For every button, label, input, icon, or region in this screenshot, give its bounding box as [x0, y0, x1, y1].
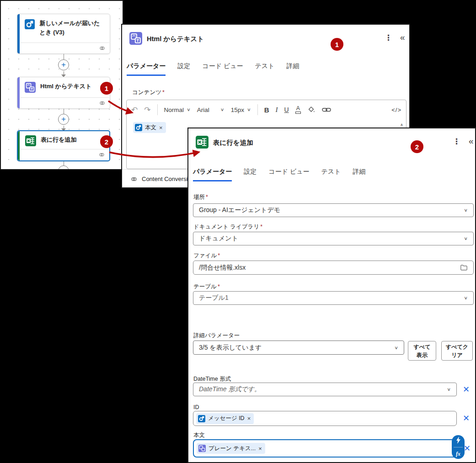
step-badge-2: 2 [100, 135, 113, 148]
chevron-down-icon: ∨ [464, 208, 468, 213]
screenshot-stage: 新しいメールが届いたとき (V3) + [0, 0, 476, 463]
file-input[interactable]: /問合せ情報.xlsx [193, 261, 474, 275]
outlook-icon [25, 19, 35, 30]
id-label: ID [193, 404, 199, 410]
tab-code-view[interactable]: コード ビュー [268, 168, 309, 181]
undo-icon[interactable]: ↶ [131, 105, 138, 115]
tab-test[interactable]: テスト [255, 62, 275, 76]
library-label: ドキュメント ライブラリ* [193, 223, 262, 231]
collapse-panel-button[interactable]: « [469, 136, 474, 146]
chip-label: プレーン テキス... [209, 445, 256, 452]
clear-body-button[interactable]: ✕ [464, 444, 471, 452]
advanced-parameters-dropdown[interactable]: 3/5 を表示しています∨ [193, 341, 404, 355]
connection-footer[interactable]: Content Conversion [130, 176, 194, 182]
html-to-text-icon [198, 445, 206, 452]
chevron-down-icon: ∨ [447, 387, 451, 392]
chip-remove-icon[interactable]: × [258, 445, 262, 452]
insert-step-button[interactable] [58, 165, 69, 170]
tab-settings[interactable]: 設定 [177, 62, 190, 76]
panel-tabs: パラメーター 設定 コード ビュー テスト 詳細 [127, 62, 300, 76]
panel-add-row: 表に行を追加 ⋮ « パラメーター 設定 コード ビュー テスト 詳細 場所* … [187, 128, 476, 463]
chevron-down-icon: ∨ [394, 345, 398, 350]
table-dropdown[interactable]: テーブル1∨ [193, 291, 474, 305]
placeholder-text: DateTime 形式です。 [199, 385, 261, 394]
clear-datetime-button[interactable]: ✕ [463, 385, 470, 394]
excel-icon [25, 135, 36, 146]
link-button-icon[interactable] [322, 106, 331, 113]
location-dropdown[interactable]: Group - AIエージェントデモ∨ [193, 203, 474, 217]
collapse-panel-button[interactable]: « [400, 32, 405, 43]
dynamic-content-chip[interactable]: メッセージ ID × [196, 413, 254, 424]
library-dropdown[interactable]: ドキュメント∨ [193, 232, 474, 245]
connector-line [64, 161, 64, 165]
clear-id-button[interactable]: ✕ [463, 414, 470, 422]
panel-title: 表に行を追加 [213, 138, 253, 147]
tab-about[interactable]: 詳細 [353, 168, 366, 181]
id-input[interactable]: メッセージ ID × [193, 411, 457, 426]
show-all-button[interactable]: すべて表示 [408, 341, 436, 361]
dynamic-content-buttons: fx [452, 435, 465, 459]
chevron-down-icon: ∨ [464, 236, 468, 241]
redo-icon[interactable]: ↷ [144, 105, 150, 115]
excel-icon [196, 136, 209, 149]
flow-node-new-email[interactable]: 新しいメールが届いたとき (V3) [17, 14, 110, 54]
content-field-label: コンテンツ* [132, 89, 165, 96]
node-title: 新しいメールが届いたとき (V3) [39, 19, 105, 37]
highlight-color-icon[interactable] [307, 106, 316, 114]
tab-code-view[interactable]: コード ビュー [202, 62, 243, 76]
flow-node-html-to-text[interactable]: Html からテキスト [17, 77, 110, 109]
flow-node-add-row[interactable]: 表に行を追加 [17, 130, 110, 161]
tab-settings[interactable]: 設定 [244, 168, 257, 181]
datetime-format-input[interactable]: DateTime 形式です。 ∨ [193, 383, 457, 396]
italic-button[interactable]: I [276, 106, 278, 114]
body-input[interactable]: プレーン テキス... × [193, 439, 458, 458]
panel-title: Html からテキスト [147, 35, 204, 43]
html-to-text-icon [25, 82, 36, 93]
tab-parameters[interactable]: パラメーター [193, 168, 232, 181]
font-size-dropdown[interactable]: 15px∨ [231, 106, 251, 113]
insert-step-button[interactable]: + [58, 114, 69, 125]
panel-badge-2: 2 [411, 140, 423, 153]
insert-step-button[interactable]: + [58, 59, 69, 70]
node-accent [18, 131, 20, 160]
code-view-toggle[interactable]: </> [391, 106, 401, 113]
connection-label: Content Conversion [142, 176, 194, 182]
outlook-icon [135, 124, 142, 131]
chip-label: メッセージ ID [208, 415, 245, 422]
html-to-text-icon [129, 32, 142, 45]
tab-about[interactable]: 詳細 [287, 62, 300, 76]
font-color-button[interactable]: A [295, 106, 301, 114]
link-status-icon [99, 100, 106, 106]
panel-badge-1: 1 [331, 38, 343, 51]
chip-remove-icon[interactable]: × [247, 415, 251, 422]
node-accent [17, 14, 20, 53]
link-status-icon [99, 45, 106, 51]
paragraph-style-dropdown[interactable]: Normal∨ [164, 106, 191, 113]
connector-line [64, 109, 64, 114]
clear-all-button[interactable]: すべてクリア [441, 341, 473, 361]
chip-label: 本文 [145, 124, 156, 132]
editor-toolbar: ↶ ↷ Normal∨ Arial∨ 15px∨ B I U A [127, 100, 406, 119]
font-family-dropdown[interactable]: Arial∨ [197, 106, 225, 113]
body-label: 本文 [193, 431, 205, 439]
tab-test[interactable]: テスト [321, 168, 341, 181]
folder-picker-icon[interactable] [460, 264, 468, 271]
underline-button[interactable]: U [284, 106, 289, 113]
dynamic-content-chip[interactable]: プレーン テキス... × [197, 443, 265, 454]
advanced-parameters-label: 詳細パラメーター [193, 332, 240, 340]
step-badge-1: 1 [100, 82, 113, 95]
outlook-icon [198, 415, 205, 422]
chip-remove-icon[interactable]: × [159, 124, 163, 131]
more-menu-button[interactable]: ⋮ [385, 33, 392, 43]
expression-fx-button[interactable]: fx [456, 451, 460, 458]
dynamic-content-chip[interactable]: 本文 × [133, 122, 166, 133]
connector-line [64, 54, 64, 59]
more-menu-button[interactable]: ⋮ [453, 137, 460, 146]
node-title: 表に行を追加 [41, 135, 77, 144]
bold-button[interactable]: B [264, 106, 269, 114]
tab-parameters[interactable]: パラメーター [127, 62, 166, 76]
scroll-up-icon[interactable]: ▲ [400, 122, 404, 127]
panel-tabs: パラメーター 設定 コード ビュー テスト 詳細 [193, 168, 366, 181]
location-label: 場所* [193, 193, 208, 201]
lightning-icon[interactable] [456, 436, 461, 444]
